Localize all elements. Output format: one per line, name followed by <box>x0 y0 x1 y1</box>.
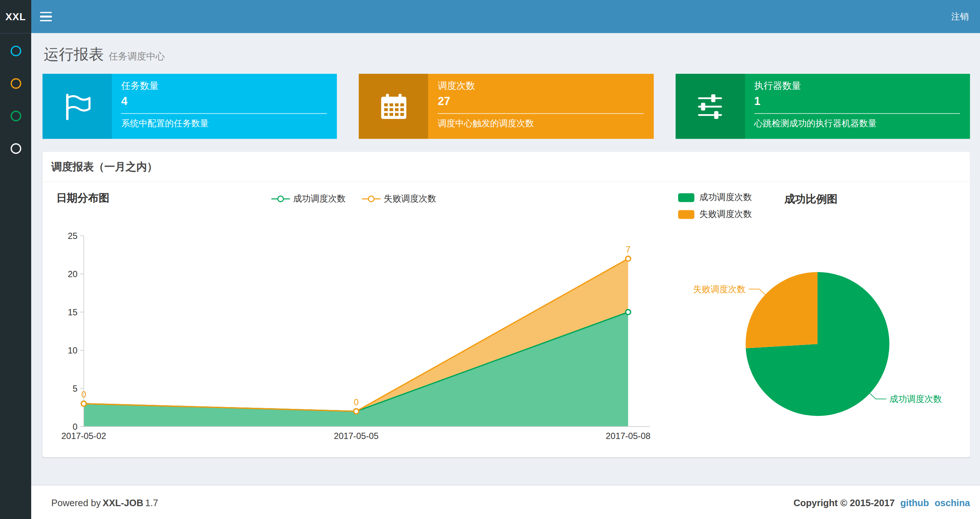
stat-title: 任务数量 <box>121 80 327 92</box>
divider <box>754 113 960 114</box>
stat-value: 27 <box>438 95 643 108</box>
footer: Powered byXXL-JOB1.7 Copyright © 2015-20… <box>31 485 980 519</box>
svg-text:10: 10 <box>68 345 78 355</box>
page-header: 运行报表任务调度中心 <box>31 33 980 65</box>
circle-icon <box>10 110 21 121</box>
svg-text:5: 5 <box>73 383 77 393</box>
page-title: 运行报表任务调度中心 <box>44 46 970 65</box>
sidebar-item-2[interactable] <box>0 67 31 99</box>
pie-chart-title: 成功比例图 <box>784 192 838 206</box>
green-swatch-icon <box>678 193 694 202</box>
sidebar <box>0 33 31 519</box>
svg-text:7: 7 <box>626 244 630 254</box>
line-marker-icon <box>362 195 381 203</box>
stat-description: 调度中心触发的调度次数 <box>438 118 643 129</box>
line-marker-icon <box>271 195 290 203</box>
calendar-icon <box>359 74 428 139</box>
legend-item-fail[interactable]: 失败调度次数 <box>678 209 752 220</box>
orange-swatch-icon <box>678 210 694 219</box>
top-navbar: XXL 注销 <box>0 0 980 33</box>
page-subtitle: 任务调度中心 <box>109 51 165 61</box>
circle-icon <box>10 78 21 88</box>
stat-value: 1 <box>754 95 960 108</box>
success-ratio-chart: 成功调度次数 失败调度次数 成功比例图 成功调度次数失败调度次数 <box>678 186 972 456</box>
sidebar-item-3[interactable] <box>0 99 31 132</box>
divider <box>121 113 327 114</box>
svg-text:失败调度次数: 失败调度次数 <box>693 284 746 294</box>
svg-text:25: 25 <box>68 231 78 241</box>
date-distribution-chart: 日期分布图 成功调度次数 <box>51 186 657 456</box>
app-logo[interactable]: XXL <box>0 0 31 33</box>
circle-icon <box>10 143 21 153</box>
stat-box-triggers: 调度次数 27 调度中心触发的调度次数 <box>359 74 654 139</box>
svg-text:2017-05-08: 2017-05-08 <box>606 431 651 441</box>
svg-text:15: 15 <box>68 307 78 317</box>
svg-text:2017-05-05: 2017-05-05 <box>334 431 379 441</box>
panel-body: 日期分布图 成功调度次数 <box>43 182 970 457</box>
circle-icon <box>10 46 21 56</box>
app-logo-text: XXL <box>5 11 26 22</box>
content-area: 运行报表任务调度中心 任务数量 4 系统中配置的任务数量 <box>31 33 980 484</box>
divider <box>438 113 643 114</box>
logout-link[interactable]: 注销 <box>951 0 969 33</box>
svg-text:0: 0 <box>81 390 86 399</box>
line-chart-legend: 成功调度次数 失败调度次数 <box>51 193 657 205</box>
svg-text:0: 0 <box>354 397 359 407</box>
hamburger-icon <box>40 12 51 13</box>
panel-title: 调度报表（一月之内） <box>43 152 970 182</box>
sliders-icon <box>676 74 745 139</box>
app-name: XXL-JOB <box>103 497 143 508</box>
oschina-link[interactable]: oschina <box>934 497 970 508</box>
svg-text:2017-05-02: 2017-05-02 <box>61 431 106 441</box>
sidebar-item-4[interactable] <box>0 132 31 165</box>
footer-powered-by: Powered byXXL-JOB1.7 <box>51 497 158 508</box>
svg-text:20: 20 <box>68 269 78 279</box>
legend-item-success[interactable]: 成功调度次数 <box>678 192 752 203</box>
stat-title: 调度次数 <box>438 80 643 92</box>
stat-value: 4 <box>121 95 327 108</box>
pie-chart-legend: 成功调度次数 失败调度次数 <box>678 192 752 220</box>
github-link[interactable]: github <box>900 497 929 508</box>
stat-title: 执行器数量 <box>754 80 960 92</box>
svg-text:成功调度次数: 成功调度次数 <box>889 394 942 404</box>
svg-text:0: 0 <box>73 422 77 432</box>
line-chart-svg: 05101520252017-05-022017-05-052017-05-08… <box>51 186 657 456</box>
stat-box-jobs: 任务数量 4 系统中配置的任务数量 <box>43 74 337 139</box>
flag-icon <box>43 74 112 139</box>
sidebar-item-1[interactable] <box>0 35 31 67</box>
legend-item-fail[interactable]: 失败调度次数 <box>362 193 436 205</box>
app-window: XXL 注销 运行报表任务调度中心 <box>0 0 980 519</box>
report-panel: 调度报表（一月之内） 日期分布图 成功调度次数 <box>43 152 970 457</box>
stat-boxes-row: 任务数量 4 系统中配置的任务数量 <box>31 65 980 139</box>
stat-description: 心跳检测成功的执行器机器数量 <box>754 118 960 129</box>
footer-copyright: Copyright © 2015-2017githuboschina <box>793 497 970 508</box>
pie-chart-svg: 成功调度次数失败调度次数 <box>678 186 972 456</box>
legend-item-success[interactable]: 成功调度次数 <box>271 193 346 205</box>
sidebar-toggle-button[interactable] <box>31 0 60 33</box>
stat-description: 系统中配置的任务数量 <box>121 118 327 129</box>
stat-box-executors: 执行器数量 1 心跳检测成功的执行器机器数量 <box>676 74 970 139</box>
